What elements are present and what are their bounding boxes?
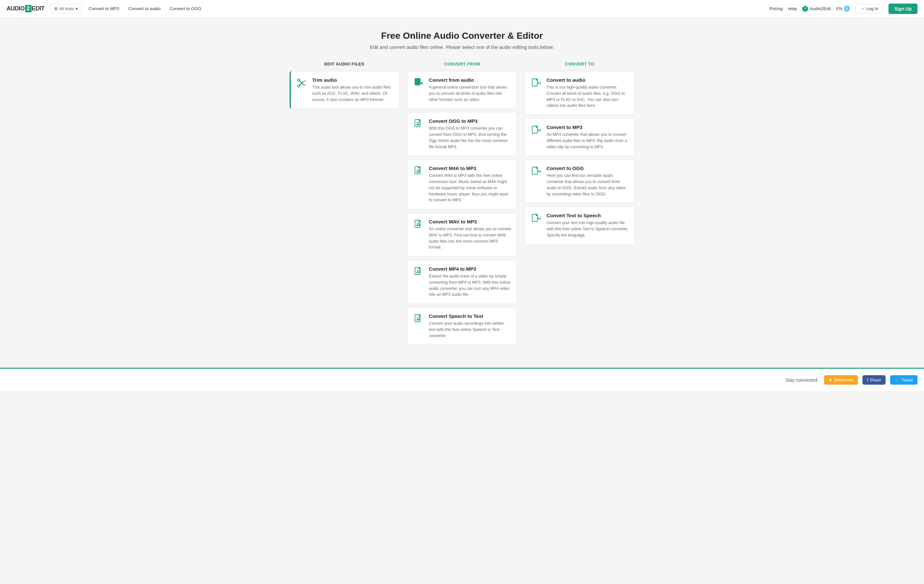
help-link[interactable]: Help [788, 6, 797, 11]
card-speech-to-text-body: Convert Speech to Text Convert your audi… [429, 313, 512, 339]
tweet-label: Tweet [901, 378, 913, 383]
nav-convert-audio[interactable]: Convert to audio [124, 4, 165, 13]
twitter-icon: 🐦 [895, 378, 900, 383]
nav-convert-mp3[interactable]: Convert to MP3 [84, 4, 124, 13]
chevron-down-icon: ▾ [76, 6, 78, 11]
card-ogg-to-mp3-body: Convert OGG to MP3 With this OGG to MP3 … [429, 118, 512, 150]
card-m4a-to-mp3-title: Convert M4A to MP3 [429, 165, 512, 171]
share-label: Share [870, 378, 881, 383]
card-convert-to-mp3-title: Convert to MP3 [546, 124, 629, 130]
svg-marker-73 [538, 218, 540, 219]
svg-line-6 [422, 82, 423, 82]
login-icon: → [860, 6, 865, 11]
share-button[interactable]: f Share [863, 375, 886, 384]
card-trim-audio-title: Trim audio [312, 77, 394, 83]
main-content: Free Online Audio Converter & Editor Edi… [283, 18, 641, 368]
card-speech-to-text[interactable]: Convert Speech to Text Convert your audi… [407, 307, 517, 345]
convert-to-column: CONVERT TO Convert to [520, 61, 634, 348]
svg-point-46 [417, 319, 418, 320]
columns-wrapper: EDIT AUDIO FILES Trim audio This audio [290, 61, 635, 348]
convert-to-header: CONVERT TO [525, 61, 634, 71]
card-m4a-to-mp3[interactable]: Convert M4A to MP3 Convert M4A to MP3 wi… [407, 159, 517, 210]
globe-icon: 🌐 [843, 5, 850, 12]
footer-bar: Stay connected: ★ Bookmark f Share 🐦 Twe… [0, 368, 924, 391]
card-convert-to-audio[interactable]: Convert to audio This is our high-qualit… [525, 71, 634, 115]
all-tools-dropdown[interactable]: ⊞ All tools ▾ [51, 4, 82, 13]
card-convert-to-ogg[interactable]: Convert to OGG Here you can find our ver… [525, 159, 634, 203]
pricing-link[interactable]: Pricing [769, 6, 783, 11]
svg-line-60 [540, 129, 541, 129]
card-trim-audio-body: Trim audio This audio tool allows you to… [312, 77, 394, 102]
file-audio-icon-3 [530, 124, 542, 136]
svg-point-24 [418, 171, 419, 172]
svg-line-2 [303, 84, 305, 85]
audio2edit-icon: ? [802, 6, 808, 12]
card-convert-from-audio-title: Convert from audio [429, 77, 512, 83]
card-convert-to-ogg-desc: Here you can find our versatile audio co… [546, 173, 629, 197]
svg-line-69 [540, 172, 541, 173]
card-convert-to-mp3[interactable]: Convert to MP3 An MP3 converter that all… [525, 118, 634, 156]
svg-line-8 [422, 84, 423, 84]
nav-convert-ogg[interactable]: Convert to OGG [165, 4, 206, 13]
file-audio-icon-2 [530, 77, 542, 89]
language-selector[interactable]: EN 🌐 [836, 5, 850, 12]
card-m4a-to-mp3-body: Convert M4A to MP3 Convert M4A to MP3 wi… [429, 165, 512, 203]
card-ogg-to-mp3-desc: With this OGG to MP3 converter you can c… [429, 125, 512, 150]
file-audio-icon-5 [530, 213, 542, 224]
card-speech-to-text-title: Convert Speech to Text [429, 313, 512, 319]
card-ogg-to-mp3[interactable]: Convert OGG to MP3 With this OGG to MP3 … [407, 112, 517, 156]
bookmark-button[interactable]: ★ Bookmark [824, 375, 858, 384]
card-ogg-to-mp3-title: Convert OGG to MP3 [429, 118, 512, 124]
file-music-icon-2 [412, 165, 424, 177]
grid-icon: ⊞ [54, 6, 58, 11]
audio2edit-link[interactable]: ? Audio2Edit [802, 6, 831, 12]
logo[interactable]: AUDIO 2 EDIT [7, 5, 45, 12]
navbar: AUDIO 2 EDIT ⊞ All tools ▾ Convert to MP… [0, 0, 924, 18]
svg-line-53 [540, 82, 541, 82]
svg-line-74 [540, 217, 541, 218]
svg-line-76 [540, 219, 541, 220]
card-convert-from-audio-desc: A general online conversion tool that al… [429, 84, 512, 102]
logo-text-suffix: EDIT [32, 5, 45, 12]
svg-line-55 [540, 84, 541, 84]
svg-marker-59 [538, 129, 540, 131]
svg-point-22 [417, 171, 418, 173]
file-music-icon-3 [412, 219, 424, 231]
card-text-to-speech[interactable]: Convert Text to Speech Convert your text… [525, 206, 634, 244]
svg-marker-52 [538, 82, 540, 84]
svg-line-62 [540, 131, 541, 132]
svg-point-5 [416, 84, 417, 85]
card-wav-to-mp3[interactable]: Convert WAV to MP3 An online converter t… [407, 213, 517, 257]
stay-connected-label: Stay connected: [785, 378, 818, 383]
card-mp4-to-mp3[interactable]: Convert MP4 to MP3 Extract the audio tra… [407, 260, 517, 304]
card-convert-to-mp3-desc: An MP3 converter that allows you to conv… [546, 132, 629, 150]
tweet-button[interactable]: 🐦 Tweet [890, 375, 917, 384]
card-trim-audio[interactable]: Trim audio This audio tool allows you to… [290, 71, 399, 109]
file-audio-icon-1 [412, 77, 424, 89]
bookmark-icon: ★ [828, 378, 832, 383]
file-music-icon-1 [412, 118, 424, 130]
card-wav-to-mp3-desc: An online converter that allows you to c… [429, 226, 512, 251]
svg-point-30 [417, 225, 418, 226]
card-convert-from-audio[interactable]: Convert from audio A general online conv… [407, 71, 517, 109]
edit-column-header: EDIT AUDIO FILES [290, 61, 399, 71]
audio2edit-label: Audio2Edit [810, 6, 831, 11]
card-speech-to-text-desc: Convert your audio recordings into writt… [429, 320, 512, 339]
card-text-to-speech-title: Convert Text to Speech [546, 213, 629, 218]
card-mp4-to-mp3-title: Convert MP4 to MP3 [429, 266, 512, 272]
card-convert-to-ogg-body: Convert to OGG Here you can find our ver… [546, 165, 629, 197]
file-music-icon-5 [412, 313, 424, 325]
card-mp4-to-mp3-body: Convert MP4 to MP3 Extract the audio tra… [429, 266, 512, 298]
facebook-icon: f [867, 378, 868, 383]
card-convert-from-audio-body: Convert from audio A general online conv… [429, 77, 512, 102]
login-button[interactable]: → Log In [855, 4, 883, 13]
convert-from-header: CONVERT FROM [407, 61, 517, 71]
page-subtitle: Edit and convert audio files online. Ple… [290, 44, 635, 50]
svg-point-32 [418, 224, 419, 226]
signup-button[interactable]: Sign Up [888, 3, 917, 14]
convert-from-column: CONVERT FROM [404, 61, 520, 348]
svg-point-40 [418, 272, 419, 273]
login-label: Log In [866, 6, 879, 11]
card-convert-to-audio-desc: This is our high-quality audio converter… [546, 84, 629, 109]
all-tools-label: All tools [59, 6, 74, 11]
